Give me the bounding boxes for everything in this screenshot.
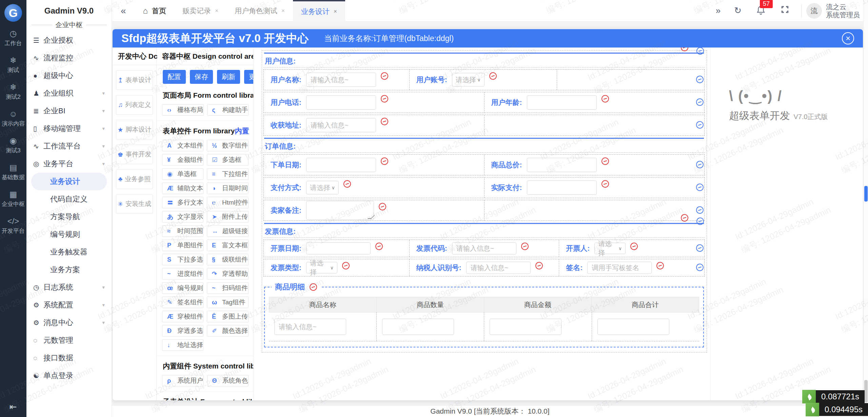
component-超级链接[interactable]: ↔超级链接 [207, 225, 249, 237]
remove-field-icon[interactable] [378, 202, 387, 211]
component-富文本框[interactable]: E富文本框 [207, 240, 249, 251]
component-文字显示[interactable]: あ文字显示 [162, 211, 203, 223]
sidebar-item-消息中心[interactable]: ⚙消息中心▾ [26, 314, 112, 331]
component-日期时间[interactable]: ◑日期时间 [207, 183, 249, 194]
component-系统用户[interactable]: ρ系统用户 [162, 375, 204, 386]
sidebar-item-元数管理[interactable]: ◌元数管理 [26, 331, 112, 349]
remove-field-icon[interactable] [341, 261, 351, 270]
user-avatar[interactable]: 流 [806, 3, 822, 19]
component-单图组件[interactable]: P单图组件 [162, 240, 203, 251]
remove-field-icon[interactable] [600, 179, 610, 189]
field-input-实际支付:[interactable] [527, 181, 597, 195]
remove-field-icon[interactable] [380, 71, 389, 81]
component-多图上传[interactable]: Ê多图上传 [207, 311, 249, 322]
page-scrollbar[interactable] [863, 0, 868, 417]
subtable-input-2[interactable] [490, 319, 561, 335]
component-金额组件[interactable]: ¥金额组件 [162, 154, 203, 166]
rail-item-测试2[interactable]: ❄测试2 [0, 82, 26, 101]
component-附件上传[interactable]: ➤附件上传 [207, 211, 249, 223]
sidebar-item-日志系统[interactable]: ◷日志系统▾ [26, 279, 112, 296]
field-select-发票类型:[interactable]: 请选择∨ [306, 262, 337, 273]
sidebar-item-业务触发器[interactable]: 业务触发器 [26, 243, 112, 261]
sidebar-item-流程监控[interactable]: ∿流程监控 [26, 49, 112, 67]
field-input-纳税人识别号:[interactable] [466, 262, 531, 274]
field-input-收获地址:[interactable] [306, 118, 376, 132]
sidebar-item-系统配置[interactable]: ⚙系统配置▾ [26, 296, 112, 314]
remove-section-icon[interactable] [680, 48, 689, 52]
component-单选框[interactable]: ◉单选框 [162, 168, 203, 180]
rail-item-工作台[interactable]: ◷工作台 [0, 29, 26, 47]
rail-item-基础数据[interactable]: ▤基础数据 [0, 163, 26, 181]
component-Tag组件[interactable]: ωTag组件 [207, 297, 249, 308]
dev-button-事件开发[interactable]: ♚事件开发 [116, 145, 153, 164]
scrollbar-thumb-blue[interactable] [864, 186, 868, 202]
sidebar-item-代码自定义[interactable]: 代码自定义 [26, 190, 112, 208]
component-穿梭组件[interactable]: Æ穿梭组件 [162, 311, 203, 322]
dev-button-脚本设计[interactable]: ★脚本设计 [116, 120, 153, 139]
notification-bell-icon[interactable]: 57 [748, 5, 773, 17]
component-级联组件[interactable]: §级联组件 [207, 254, 249, 265]
field-select-开票人:[interactable]: 请选择∨ [594, 243, 626, 254]
remove-field-icon[interactable] [655, 261, 665, 270]
user-info[interactable]: 流之云 系统管理员 [826, 3, 860, 19]
field-input-签名:[interactable] [587, 262, 652, 274]
remove-field-icon[interactable] [488, 71, 498, 81]
remove-field-icon[interactable] [342, 179, 352, 189]
component-颜色选择[interactable]: ✐颜色选择 [207, 325, 249, 337]
component-辅助文本[interactable]: Æ辅助文本 [162, 183, 203, 194]
component-多行文本[interactable]: 〓多行文本 [162, 197, 203, 208]
component-多选框[interactable]: ☑多选框 [207, 154, 249, 166]
field-textarea-卖家备注:[interactable] [306, 201, 374, 220]
field-input-用户年龄:[interactable] [527, 95, 597, 110]
sidebar-item-超级中心[interactable]: ●超级中心 [26, 67, 112, 84]
rail-item-开发平台[interactable]: </>开发平台 [0, 216, 26, 235]
component-文本组件[interactable]: A文本组件 [162, 140, 203, 151]
action-button-更新[interactable]: 更新 [244, 70, 254, 84]
fullscreen-icon[interactable] [773, 5, 796, 17]
remove-field-icon[interactable] [520, 242, 530, 251]
action-button-配置[interactable]: 配置 [163, 70, 186, 84]
remove-field-icon[interactable] [380, 94, 389, 103]
tab-close-icon[interactable]: × [215, 7, 218, 14]
component-构建助手[interactable]: ς构建助手 [207, 104, 249, 116]
remove-field-icon[interactable] [380, 117, 389, 126]
field-input-商品总价:[interactable] [527, 158, 597, 172]
sidebar-item-企业授权[interactable]: ☰企业授权 [26, 32, 112, 49]
component-穿透多选[interactable]: Ð穿透多选 [162, 325, 203, 337]
field-input-发票代码:[interactable] [452, 242, 516, 254]
sidebar-item-单点登录[interactable]: ☯单点登录 [26, 367, 112, 384]
subtable-input-1[interactable] [382, 319, 454, 335]
component-地址选择[interactable]: ↓地址选择 [162, 339, 203, 351]
field-input-用户名称:[interactable] [306, 73, 376, 87]
remove-field-icon[interactable] [374, 242, 384, 251]
tab-首页[interactable]: ⌂首页 [135, 0, 175, 22]
sidebar-item-方案导航[interactable]: 方案导航 [26, 208, 112, 226]
component-时间范围[interactable]: ≈时间范围 [162, 225, 203, 237]
sidebar-item-业务平台[interactable]: ◎业务平台▾ [26, 155, 112, 173]
action-button-保存[interactable]: 保存 [190, 70, 213, 84]
field-select-支付方式:[interactable]: 请选择∨ [306, 181, 339, 194]
subtable-input-3[interactable] [597, 319, 669, 335]
remove-subtable-icon[interactable] [309, 282, 318, 292]
rail-collapse-icon[interactable]: ⇤ [0, 402, 26, 412]
field-input-用户电话:[interactable] [306, 95, 376, 110]
dev-button-安装生成[interactable]: ✳安装生成 [116, 194, 153, 214]
rail-item-测试3[interactable]: ◉测试3 [0, 136, 26, 154]
tab-用户角色测试[interactable]: 用户角色测试× [226, 0, 293, 22]
tab-close-icon[interactable]: × [281, 7, 285, 14]
component-栅格布局[interactable]: ‹›栅格布局 [162, 104, 204, 116]
remove-field-icon[interactable] [600, 156, 610, 166]
tab-业务设计[interactable]: 业务设计× [293, 0, 345, 22]
component-下拉组件[interactable]: ≡下拉组件 [207, 168, 249, 180]
sidebar-item-接口数据[interactable]: ◌接口数据 [26, 349, 112, 367]
sidebar-item-工作流平台[interactable]: ∿工作流平台▾ [26, 137, 112, 155]
action-button-刷新[interactable]: 刷新 [217, 70, 240, 84]
remove-field-icon[interactable] [629, 242, 639, 251]
rail-item-演示内容[interactable]: ☺演示内容 [0, 109, 26, 128]
dev-button-业务参照[interactable]: ♣业务参照 [116, 169, 153, 189]
builtin-link[interactable]: 内置 [235, 126, 249, 136]
component-Html控件[interactable]: ℮Html控件 [207, 197, 249, 208]
remove-field-icon[interactable] [534, 261, 544, 270]
dev-button-列表定义[interactable]: ♫列表定义 [116, 95, 153, 115]
component-系统角色[interactable]: Θ系统角色 [207, 375, 249, 386]
